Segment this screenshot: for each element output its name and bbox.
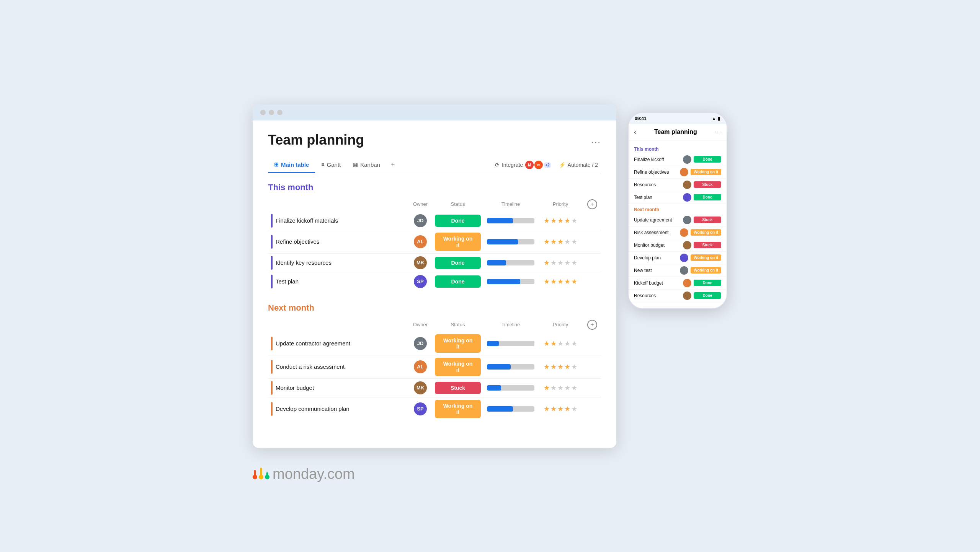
star-1: ★ [550,339,557,348]
owner-cell: JD [409,332,432,355]
stars: ★★★★★ [541,277,580,286]
timeline-track [487,406,534,412]
star-3: ★ [564,277,570,286]
star-4: ★ [571,238,577,246]
tab-add-button[interactable]: + [386,157,400,173]
status-badge[interactable]: Working on it [435,400,481,418]
mobile-status-badge[interactable]: Stuck [694,242,721,248]
timeline-fill [487,218,513,223]
star-1: ★ [550,259,557,267]
star-3: ★ [564,259,570,267]
wifi-icon: ▲ [712,116,716,121]
task-name-cell: Test plan [268,272,409,291]
task-border [271,235,273,249]
star-2: ★ [557,217,564,225]
status-badge[interactable]: Working on it [435,334,481,353]
mobile-status-badge[interactable]: Working on it [691,169,721,175]
star-3: ★ [564,339,570,348]
stars: ★★★★★ [541,217,580,225]
star-0: ★ [544,259,550,267]
mobile-status-badge[interactable]: Done [694,194,721,200]
avatar: AL [414,360,427,373]
status-badge[interactable]: Done [435,275,481,288]
mobile-avatar [683,241,691,249]
mobile-row: Monitor budget Stuck [629,239,727,252]
task-name: Conduct a risk assessment [276,363,345,370]
mobile-avatar [680,254,688,262]
status-cell: Done [432,253,484,272]
add-column-button-2[interactable]: + [587,320,597,330]
automate-button[interactable]: ⚡ Automate / 2 [559,162,598,168]
mobile-row: Update agreement Stuck [629,214,727,226]
task-border [271,256,273,270]
this-month-table: Owner Status Timeline Priority + Finaliz… [268,197,601,291]
mobile-task-name: Kickoff budget [634,280,681,286]
mobile-avatar [680,228,688,237]
monday-icon: m [534,161,543,169]
mobile-avatar [683,181,691,189]
star-4: ★ [571,217,577,225]
mobile-status-badge[interactable]: Stuck [694,217,721,223]
status-badge[interactable]: Stuck [435,382,481,394]
mobile-task-name: Update agreement [634,217,681,223]
mobile-task-name: New test [634,268,678,273]
avatar: SP [414,402,427,415]
star-3: ★ [564,405,570,413]
add-column-button[interactable]: + [587,199,597,209]
mobile-avatar [683,155,691,164]
mobile-status-badge[interactable]: Done [694,156,721,163]
integrate-plus: +2 [544,162,551,168]
star-2: ★ [557,405,564,413]
mobile-row: Kickoff budget Done [629,277,727,290]
status-badge[interactable]: Done [435,215,481,227]
task-name: Monitor budget [276,384,314,391]
status-badge[interactable]: Working on it [435,233,481,251]
tab-main-table[interactable]: ⊞ Main table [268,158,315,173]
mobile-status-badge[interactable]: Working on it [691,229,721,236]
timeline-cell [484,355,537,378]
mobile-more-button[interactable]: ··· [715,129,721,135]
more-options-button[interactable]: ... [591,135,601,145]
mobile-task-name: Develop plan [634,255,678,261]
mobile-signal-icons: ▲ ▮ [712,116,720,121]
owner-cell: SP [409,397,432,420]
star-2: ★ [557,238,564,246]
task-border [271,381,273,395]
tab-kanban[interactable]: ▦ Kanban [347,158,386,173]
mobile-status-badge[interactable]: Working on it [691,254,721,261]
section-title-this-month: This month [268,182,601,192]
timeline-fill [487,406,513,412]
tab-gantt[interactable]: ≡ Gantt [315,158,347,173]
mobile-status-badge[interactable]: Working on it [691,267,721,274]
mobile-status-badge[interactable]: Done [694,292,721,299]
mobile-row: Risk assessment Working on it [629,226,727,239]
add-col-header: + [583,197,601,212]
star-4: ★ [571,405,577,413]
mobile-status-badge[interactable]: Stuck [694,181,721,188]
mobile-frame: 09:41 ▲ ▮ ‹ Team planning ··· This month… [628,112,727,309]
owner-cell: SP [409,272,432,291]
star-4: ★ [571,339,577,348]
stars: ★★★★★ [541,259,580,267]
add-cell [583,253,601,272]
status-badge[interactable]: Working on it [435,358,481,376]
integrate-button[interactable]: ⟳ Integrate M m +2 [495,161,551,169]
mobile-back-button[interactable]: ‹ [634,128,636,136]
avatar: MK [414,256,427,269]
timeline-track [487,239,534,244]
window-titlebar [253,104,616,120]
add-cell [583,212,601,230]
mobile-statusbar: 09:41 ▲ ▮ [629,113,727,124]
mobile-status-badge[interactable]: Done [694,280,721,286]
star-4: ★ [571,384,577,392]
table-row: Monitor budget MK Stuck ★★★★★ [268,378,601,397]
add-cell [583,332,601,355]
status-badge[interactable]: Done [435,257,481,269]
owner-col-header-2: Owner [409,318,432,332]
star-4: ★ [571,259,577,267]
timeline-track [487,385,534,391]
monday-logo-icon [253,467,271,481]
star-0: ★ [544,405,550,413]
table-row: Conduct a risk assessment AL Working on … [268,355,601,378]
mobile-row: Resources Done [629,290,727,302]
